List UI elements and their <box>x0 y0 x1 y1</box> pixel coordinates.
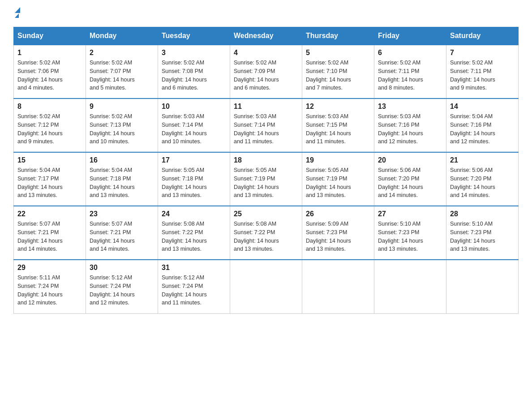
calendar-cell: 6Sunrise: 5:02 AMSunset: 7:11 PMDaylight… <box>374 45 446 98</box>
day-info: Sunrise: 5:05 AMSunset: 7:19 PMDaylight:… <box>306 166 370 200</box>
calendar-cell: 21Sunrise: 5:06 AMSunset: 7:20 PMDayligh… <box>446 152 519 206</box>
day-info: Sunrise: 5:04 AMSunset: 7:18 PMDaylight:… <box>90 166 154 200</box>
week-row-5: 29Sunrise: 5:11 AMSunset: 7:24 PMDayligh… <box>14 260 519 313</box>
day-number: 6 <box>378 49 442 57</box>
calendar-cell: 7Sunrise: 5:02 AMSunset: 7:11 PMDaylight… <box>446 45 519 98</box>
day-info: Sunrise: 5:05 AMSunset: 7:19 PMDaylight:… <box>234 166 298 200</box>
col-header-thursday: Thursday <box>302 27 374 45</box>
calendar-cell: 18Sunrise: 5:05 AMSunset: 7:19 PMDayligh… <box>230 152 302 206</box>
calendar-cell: 25Sunrise: 5:08 AMSunset: 7:22 PMDayligh… <box>230 206 302 260</box>
calendar-cell: 3Sunrise: 5:02 AMSunset: 7:08 PMDaylight… <box>158 45 230 98</box>
day-info: Sunrise: 5:10 AMSunset: 7:23 PMDaylight:… <box>450 220 515 253</box>
calendar-cell: 11Sunrise: 5:03 AMSunset: 7:14 PMDayligh… <box>230 98 302 152</box>
calendar-cell: 14Sunrise: 5:04 AMSunset: 7:16 PMDayligh… <box>446 98 519 152</box>
day-info: Sunrise: 5:10 AMSunset: 7:23 PMDaylight:… <box>378 220 442 253</box>
calendar-cell: 1Sunrise: 5:02 AMSunset: 7:06 PMDaylight… <box>14 45 86 98</box>
day-info: Sunrise: 5:03 AMSunset: 7:15 PMDaylight:… <box>306 112 370 146</box>
calendar-cell: 22Sunrise: 5:07 AMSunset: 7:21 PMDayligh… <box>14 206 86 260</box>
calendar-cell <box>302 260 374 313</box>
day-number: 1 <box>17 49 82 57</box>
day-number: 7 <box>450 49 515 57</box>
day-info: Sunrise: 5:06 AMSunset: 7:20 PMDaylight:… <box>378 166 442 200</box>
day-number: 17 <box>162 156 226 164</box>
calendar-cell: 30Sunrise: 5:12 AMSunset: 7:24 PMDayligh… <box>86 260 158 313</box>
calendar-cell: 17Sunrise: 5:05 AMSunset: 7:18 PMDayligh… <box>158 152 230 206</box>
calendar-cell: 24Sunrise: 5:08 AMSunset: 7:22 PMDayligh… <box>158 206 230 260</box>
day-number: 16 <box>90 156 154 164</box>
calendar-cell: 26Sunrise: 5:09 AMSunset: 7:23 PMDayligh… <box>302 206 374 260</box>
day-info: Sunrise: 5:07 AMSunset: 7:21 PMDaylight:… <box>17 220 82 253</box>
calendar-cell: 10Sunrise: 5:03 AMSunset: 7:14 PMDayligh… <box>158 98 230 152</box>
week-row-4: 22Sunrise: 5:07 AMSunset: 7:21 PMDayligh… <box>14 206 519 260</box>
calendar-cell: 29Sunrise: 5:11 AMSunset: 7:24 PMDayligh… <box>14 260 86 313</box>
day-number: 26 <box>306 210 370 218</box>
page-header <box>13 9 519 18</box>
calendar-cell: 4Sunrise: 5:02 AMSunset: 7:09 PMDaylight… <box>230 45 302 98</box>
calendar-cell: 5Sunrise: 5:02 AMSunset: 7:10 PMDaylight… <box>302 45 374 98</box>
day-info: Sunrise: 5:02 AMSunset: 7:09 PMDaylight:… <box>234 59 298 92</box>
calendar-cell: 23Sunrise: 5:07 AMSunset: 7:21 PMDayligh… <box>86 206 158 260</box>
day-number: 19 <box>306 156 370 164</box>
day-number: 27 <box>378 210 442 218</box>
day-number: 22 <box>17 210 82 218</box>
day-number: 25 <box>234 210 298 218</box>
day-info: Sunrise: 5:08 AMSunset: 7:22 PMDaylight:… <box>162 220 226 253</box>
day-number: 2 <box>90 49 154 57</box>
day-number: 24 <box>162 210 226 218</box>
calendar-cell: 27Sunrise: 5:10 AMSunset: 7:23 PMDayligh… <box>374 206 446 260</box>
day-info: Sunrise: 5:04 AMSunset: 7:17 PMDaylight:… <box>17 166 82 200</box>
day-number: 3 <box>162 49 226 57</box>
calendar-cell: 15Sunrise: 5:04 AMSunset: 7:17 PMDayligh… <box>14 152 86 206</box>
logo-triangles <box>15 7 20 18</box>
day-number: 18 <box>234 156 298 164</box>
day-number: 29 <box>17 264 82 272</box>
day-info: Sunrise: 5:07 AMSunset: 7:21 PMDaylight:… <box>90 220 154 253</box>
calendar-cell: 9Sunrise: 5:02 AMSunset: 7:13 PMDaylight… <box>86 98 158 152</box>
calendar-cell: 12Sunrise: 5:03 AMSunset: 7:15 PMDayligh… <box>302 98 374 152</box>
day-number: 15 <box>17 156 82 164</box>
day-info: Sunrise: 5:02 AMSunset: 7:13 PMDaylight:… <box>90 112 154 146</box>
day-info: Sunrise: 5:02 AMSunset: 7:06 PMDaylight:… <box>17 59 82 92</box>
calendar-table: SundayMondayTuesdayWednesdayThursdayFrid… <box>13 27 519 314</box>
calendar-cell <box>374 260 446 313</box>
day-info: Sunrise: 5:02 AMSunset: 7:11 PMDaylight:… <box>450 59 515 92</box>
day-number: 13 <box>378 103 442 111</box>
logo <box>13 9 20 18</box>
day-number: 8 <box>17 103 82 111</box>
calendar-cell: 13Sunrise: 5:03 AMSunset: 7:16 PMDayligh… <box>374 98 446 152</box>
col-header-wednesday: Wednesday <box>230 27 302 45</box>
week-row-2: 8Sunrise: 5:02 AMSunset: 7:12 PMDaylight… <box>14 98 519 152</box>
col-header-tuesday: Tuesday <box>158 27 230 45</box>
week-row-1: 1Sunrise: 5:02 AMSunset: 7:06 PMDaylight… <box>14 45 519 98</box>
day-number: 12 <box>306 103 370 111</box>
day-number: 31 <box>162 264 226 272</box>
day-info: Sunrise: 5:03 AMSunset: 7:14 PMDaylight:… <box>234 112 298 146</box>
day-info: Sunrise: 5:04 AMSunset: 7:16 PMDaylight:… <box>450 112 515 146</box>
day-info: Sunrise: 5:12 AMSunset: 7:24 PMDaylight:… <box>162 274 226 307</box>
day-number: 23 <box>90 210 154 218</box>
day-info: Sunrise: 5:06 AMSunset: 7:20 PMDaylight:… <box>450 166 515 200</box>
calendar-cell <box>446 260 519 313</box>
day-number: 10 <box>162 103 226 111</box>
day-info: Sunrise: 5:02 AMSunset: 7:11 PMDaylight:… <box>378 59 442 92</box>
col-header-monday: Monday <box>86 27 158 45</box>
week-row-3: 15Sunrise: 5:04 AMSunset: 7:17 PMDayligh… <box>14 152 519 206</box>
calendar-cell: 28Sunrise: 5:10 AMSunset: 7:23 PMDayligh… <box>446 206 519 260</box>
day-info: Sunrise: 5:02 AMSunset: 7:07 PMDaylight:… <box>90 59 154 92</box>
day-info: Sunrise: 5:08 AMSunset: 7:22 PMDaylight:… <box>234 220 298 253</box>
day-number: 21 <box>450 156 515 164</box>
day-info: Sunrise: 5:11 AMSunset: 7:24 PMDaylight:… <box>17 274 82 307</box>
calendar-cell: 31Sunrise: 5:12 AMSunset: 7:24 PMDayligh… <box>158 260 230 313</box>
day-info: Sunrise: 5:03 AMSunset: 7:14 PMDaylight:… <box>162 112 226 146</box>
day-number: 14 <box>450 103 515 111</box>
calendar-cell: 8Sunrise: 5:02 AMSunset: 7:12 PMDaylight… <box>14 98 86 152</box>
day-info: Sunrise: 5:05 AMSunset: 7:18 PMDaylight:… <box>162 166 226 200</box>
day-info: Sunrise: 5:02 AMSunset: 7:08 PMDaylight:… <box>162 59 226 92</box>
day-number: 9 <box>90 103 154 111</box>
day-number: 4 <box>234 49 298 57</box>
day-info: Sunrise: 5:02 AMSunset: 7:10 PMDaylight:… <box>306 59 370 92</box>
day-number: 5 <box>306 49 370 57</box>
header-row: SundayMondayTuesdayWednesdayThursdayFrid… <box>14 27 519 45</box>
day-info: Sunrise: 5:03 AMSunset: 7:16 PMDaylight:… <box>378 112 442 146</box>
col-header-saturday: Saturday <box>446 27 519 45</box>
